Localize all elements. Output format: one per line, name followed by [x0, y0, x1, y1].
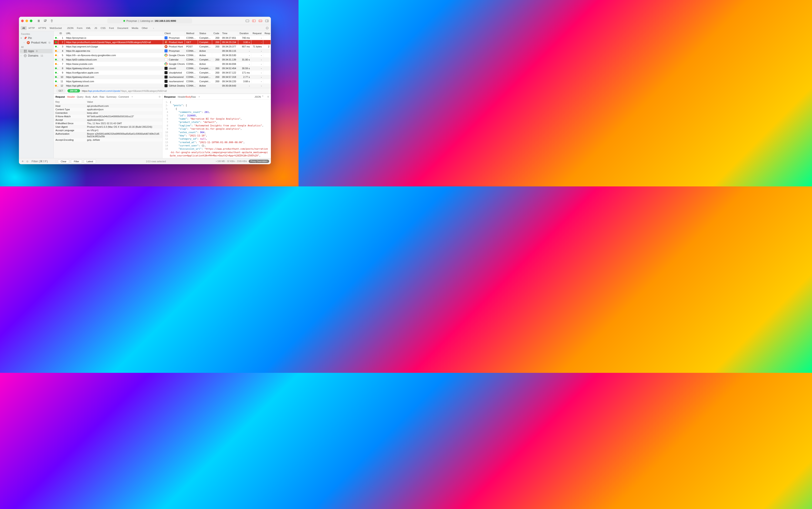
- filter-https[interactable]: HTTPS: [37, 26, 48, 30]
- response-tab-raw[interactable]: Raw: [191, 96, 196, 98]
- svg-rect-3: [246, 20, 249, 22]
- layout-icon-4[interactable]: [265, 20, 269, 23]
- add-tab-icon[interactable]: ＋: [131, 95, 133, 98]
- header-row[interactable]: Acceptapplication/json: [54, 118, 162, 122]
- request-tab-query[interactable]: Query: [77, 96, 83, 98]
- network-stats: • 108 MB ↑ 32 KB/s ↓ 2165 KB/s: [216, 160, 247, 163]
- settings-icon[interactable]: [265, 26, 269, 30]
- filter-css[interactable]: CSS: [99, 26, 107, 30]
- header-row[interactable]: Hostapi.producthunt.com: [54, 104, 162, 108]
- sidebar-pin[interactable]: ▾ 📌 Pin: [20, 36, 53, 40]
- chevron-right-icon[interactable]: ›: [24, 41, 24, 44]
- table-row[interactable]: 11https://gateway.icloud.comnsurlsession…: [54, 79, 271, 83]
- layout-icon-3[interactable]: [259, 20, 262, 23]
- clear-button[interactable]: Clear: [58, 160, 69, 163]
- chevron-right-icon[interactable]: ›: [21, 50, 21, 52]
- header-row[interactable]: Connectionkeep-alive: [54, 111, 162, 115]
- col-Status[interactable]: Status: [198, 31, 212, 36]
- table-row[interactable]: 8https://gateway.icloud.comclouddCONNECT…: [54, 66, 271, 70]
- close-window[interactable]: [21, 20, 24, 22]
- table-row[interactable]: 4https://in.appcenter.msProxymanCONNECTA…: [54, 49, 271, 53]
- external-link-icon[interactable]: ⧉: [48, 41, 50, 44]
- col-Code[interactable]: Code: [212, 31, 221, 36]
- target-icon[interactable]: ◎: [26, 160, 29, 163]
- sidebar-apps[interactable]: › Apps 8: [20, 49, 53, 53]
- header-row[interactable]: If-None-MatchW/"de8cae662a94b31b40880b55…: [54, 115, 162, 118]
- zoom-window[interactable]: [30, 20, 32, 22]
- filter-input[interactable]: [30, 159, 54, 163]
- request-tab-summary[interactable]: Summary: [106, 96, 116, 98]
- col-Duration[interactable]: Duration: [238, 31, 251, 36]
- table-row[interactable]: 7https://www.youtube.comGoogle ChromeCON…: [54, 62, 271, 66]
- col-Resp[interactable]: Resp: [263, 31, 271, 36]
- json-viewer[interactable]: 1▾{2▾ "posts": [3▾ {4 "comments_count": …: [163, 100, 271, 158]
- response-viewer-select[interactable]: JSON⌃: [255, 95, 264, 98]
- layout-icon-2[interactable]: [252, 20, 256, 23]
- filter-all[interactable]: All: [21, 26, 27, 30]
- response-tab-header[interactable]: Header: [178, 96, 185, 98]
- sidebar-pin-label: Pin: [28, 37, 32, 40]
- filter-media[interactable]: Media: [130, 26, 140, 30]
- request-tab-raw[interactable]: Raw: [100, 96, 104, 98]
- filter-xml[interactable]: XML: [84, 26, 93, 30]
- request-tab-comment[interactable]: Comment: [119, 96, 129, 98]
- table-row[interactable]: 6https://p63-caldav.icloud.comCalendarCO…: [54, 58, 271, 62]
- col-Time[interactable]: Time: [221, 31, 238, 36]
- pane-menu-icon[interactable]: ⊜: [159, 95, 161, 98]
- filter-document[interactable]: Document: [115, 26, 130, 30]
- request-title: Request: [56, 96, 65, 98]
- chevron-down-icon[interactable]: ▾: [21, 37, 22, 39]
- sidebar-domains[interactable]: › Domains 11: [20, 54, 53, 58]
- request-tab-header[interactable]: Header: [67, 96, 75, 98]
- compose-button[interactable]: [43, 19, 47, 23]
- header-row[interactable]: AuthorizationBearer a2b5081dd96232bd0f6f…: [54, 132, 162, 138]
- filter-other[interactable]: Other: [140, 26, 149, 30]
- more-filters-icon[interactable]: ›: [151, 26, 156, 30]
- filter-http[interactable]: HTTP: [27, 26, 37, 30]
- sidebar-pin-child[interactable]: › P Product Hunt ⧉: [20, 40, 53, 45]
- col-URL[interactable]: URL: [65, 31, 163, 36]
- layout-icon-1[interactable]: [246, 20, 249, 23]
- app-window: Proxyman | Listening on 192.168.0.101:90…: [19, 17, 271, 164]
- header-row[interactable]: Accept-Languageen-VN;q=1: [54, 129, 162, 132]
- header-row[interactable]: Accept-Encodinggzip, deflate: [54, 138, 162, 142]
- latest-button[interactable]: Latest: [84, 160, 96, 163]
- table-row[interactable]: 10https://gateway.icloud.comnsurlsession…: [54, 75, 271, 79]
- detail-url-bar: GET 200 OK https://api.producthunt.com/v…: [54, 88, 271, 94]
- filter-font[interactable]: Font: [107, 26, 115, 30]
- filter-json[interactable]: JSON: [65, 26, 75, 30]
- filter-js[interactable]: JS: [93, 26, 99, 30]
- filter-websocket[interactable]: WebSocket: [48, 26, 64, 30]
- col-ID[interactable]: ID: [58, 31, 65, 36]
- table-row[interactable]: 2https://api.producthunt.com/v1/posts?da…: [54, 40, 271, 44]
- table-row[interactable]: 5https://r8---sn-8pxuuxa-nbozy.googlevid…: [54, 53, 271, 58]
- svg-rect-8: [265, 20, 269, 22]
- col-Client[interactable]: Client: [163, 31, 185, 36]
- table-row[interactable]: 3https://api.segment.io/v1/pagePProduct …: [54, 44, 271, 49]
- add-button[interactable]: ＋: [21, 160, 25, 163]
- filter-form[interactable]: Form: [75, 26, 84, 30]
- table-row[interactable]: 9https://configuration.apple.comcloudpho…: [54, 70, 271, 75]
- request-tab-body[interactable]: Body: [85, 96, 91, 98]
- col-Request[interactable]: Request: [251, 31, 263, 36]
- table-row[interactable]: 12https://api.github.comGitHub Desktop H…: [54, 83, 271, 88]
- table-row[interactable]: 1https://proxyman.ioProxymanCONNECTCompl…: [54, 36, 271, 40]
- listening-label: Listening on: [140, 20, 153, 22]
- header-row[interactable]: User-AgentProduct Hunt/1.0.3 (Mac OS X V…: [54, 125, 162, 129]
- header-row[interactable]: If-Modified-SinceThu, 11 Nov 2021 02:31:…: [54, 122, 162, 125]
- sidebar-pin-child-label: Product Hunt: [31, 41, 46, 44]
- header-row[interactable]: Content-Typeapplication/json: [54, 108, 162, 111]
- col-status[interactable]: [54, 31, 58, 36]
- minimize-window[interactable]: [26, 20, 28, 22]
- chevron-right-icon[interactable]: ›: [21, 55, 21, 57]
- trash-button[interactable]: [50, 19, 54, 23]
- response-tab-body[interactable]: Body: [185, 96, 191, 98]
- col-Method[interactable]: Method: [185, 31, 198, 36]
- add-tab-icon[interactable]: ＋: [198, 95, 200, 98]
- svg-rect-6: [259, 20, 262, 22]
- sidebar-domains-label: Domains: [28, 54, 38, 57]
- request-tab-auth[interactable]: Auth: [93, 96, 98, 98]
- pane-menu-icon[interactable]: ⊜: [267, 95, 269, 98]
- pause-button[interactable]: [37, 19, 41, 23]
- filter-button[interactable]: Filter: [71, 160, 82, 163]
